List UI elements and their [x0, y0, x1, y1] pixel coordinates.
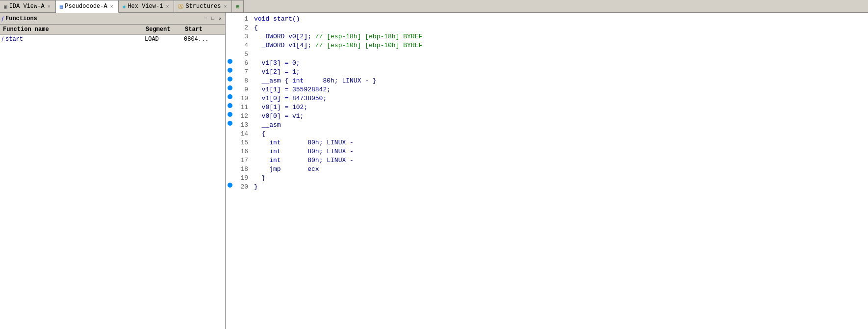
- line-content-19: }: [252, 174, 868, 183]
- code-area[interactable]: 1 void start() 2 { 3 _DWORD v0[2]; // [e…: [226, 13, 868, 329]
- bp-dot-13: [228, 121, 232, 126]
- breakpoint-6: [226, 59, 234, 64]
- breakpoint-7: [226, 68, 234, 73]
- line-content-18: jmp ecx: [252, 165, 868, 174]
- code-line-20: 20 }: [226, 183, 868, 192]
- functions-icon: 𝑓: [2, 16, 3, 22]
- line-content-8: __asm { int 80h; LINUX - }: [252, 77, 868, 85]
- line-content-9: v1[1] = 355928842;: [252, 85, 868, 94]
- ida-view-icon: ▣: [4, 3, 7, 10]
- functions-title-bar: 𝑓 Functions ─ □ ✕: [0, 13, 225, 25]
- tab-hex-view-close[interactable]: ✕: [165, 3, 170, 10]
- code-line-1: 1 void start(): [226, 15, 868, 24]
- col-segment: Segment: [145, 26, 184, 33]
- line-num-4: 4: [234, 41, 252, 50]
- tab-bar: ▣ IDA View-A ✕ ▤ Pseudocode-A ✕ ◈ Hex Vi…: [0, 0, 868, 13]
- tab-pseudocode[interactable]: ▤ Pseudocode-A ✕: [56, 0, 119, 13]
- line-content-10: v1[0] = 84738050;: [252, 94, 868, 103]
- code-line-12: 12 v0[0] = v1;: [226, 112, 868, 121]
- line-content-2: {: [252, 24, 868, 32]
- breakpoint-13: [226, 121, 234, 126]
- restore-button[interactable]: □: [210, 15, 216, 22]
- line-num-3: 3: [234, 32, 252, 41]
- code-line-8: 8 __asm { int 80h; LINUX - }: [226, 77, 868, 85]
- functions-column-header: Function name Segment Start: [0, 25, 225, 35]
- code-line-14: 14 {: [226, 130, 868, 138]
- bp-dot-20: [228, 183, 232, 188]
- line-num-15: 15: [234, 138, 252, 147]
- tab-pseudocode-label: Pseudocode-A: [65, 3, 107, 10]
- line-num-19: 19: [234, 174, 252, 183]
- code-line-15: 15 int 80h; LINUX -: [226, 138, 868, 147]
- close-panel-button[interactable]: ✕: [217, 15, 223, 22]
- tab-structures[interactable]: Ⓐ Structures ✕: [174, 0, 232, 12]
- bp-dot-7: [228, 68, 232, 73]
- tab-ida-view-label: IDA View-A: [9, 3, 45, 10]
- bp-dot-11: [228, 103, 232, 108]
- line-content-7: v1[2] = 1;: [252, 68, 868, 77]
- line-num-8: 8: [234, 77, 252, 85]
- col-function-name: Function name: [2, 26, 145, 33]
- line-content-11: v0[1] = 102;: [252, 103, 868, 112]
- line-content-15: int 80h; LINUX -: [252, 138, 868, 147]
- code-line-13: 13 __asm: [226, 121, 868, 130]
- tab-ida-view[interactable]: ▣ IDA View-A ✕: [0, 0, 56, 12]
- line-content-20: }: [252, 183, 868, 192]
- tab-ida-view-close[interactable]: ✕: [47, 3, 51, 10]
- bp-dot-10: [228, 94, 232, 99]
- breakpoint-20: [226, 183, 234, 188]
- line-num-1: 1: [234, 15, 252, 24]
- tab-structures-close[interactable]: ✕: [223, 3, 228, 10]
- panel-controls: ─ □ ✕: [203, 15, 223, 22]
- functions-title: Functions: [5, 15, 201, 22]
- bp-dot-9: [228, 85, 232, 90]
- structures-icon: Ⓐ: [178, 3, 183, 10]
- line-num-5: 5: [234, 50, 252, 59]
- tab-extra[interactable]: ⊞: [232, 0, 244, 12]
- col-start: Start: [184, 26, 223, 33]
- tab-hex-view[interactable]: ◈ Hex View-1 ✕: [119, 0, 175, 12]
- line-num-12: 12: [234, 112, 252, 121]
- pseudocode-icon: ▤: [60, 3, 63, 10]
- code-line-11: 11 v0[1] = 102;: [226, 103, 868, 112]
- line-content-16: int 80h; LINUX -: [252, 147, 868, 156]
- line-content-13: __asm: [252, 121, 868, 130]
- function-start: 0804...: [184, 36, 223, 43]
- line-num-10: 10: [234, 94, 252, 103]
- tab-structures-label: Structures: [185, 3, 221, 10]
- line-content-3: _DWORD v0[2]; // [esp-18h] [ebp-18h] BYR…: [252, 32, 868, 41]
- tab-pseudocode-close[interactable]: ✕: [109, 3, 114, 10]
- line-content-1: void start(): [252, 15, 868, 24]
- grid-icon: ⊞: [236, 3, 239, 10]
- line-num-20: 20: [234, 183, 252, 192]
- line-num-9: 9: [234, 85, 252, 94]
- code-line-2: 2 {: [226, 24, 868, 32]
- line-num-6: 6: [234, 59, 252, 68]
- code-line-17: 17 int 80h; LINUX -: [226, 156, 868, 165]
- line-num-16: 16: [234, 147, 252, 156]
- code-line-9: 9 v1[1] = 355928842;: [226, 85, 868, 94]
- breakpoint-10: [226, 94, 234, 99]
- line-num-7: 7: [234, 68, 252, 77]
- line-num-2: 2: [234, 24, 252, 32]
- tab-hex-view-label: Hex View-1: [128, 3, 163, 10]
- code-line-19: 19 }: [226, 174, 868, 183]
- breakpoint-8: [226, 77, 234, 82]
- code-line-3: 3 _DWORD v0[2]; // [esp-18h] [ebp-18h] B…: [226, 32, 868, 41]
- function-icon: 𝑓: [2, 36, 3, 43]
- function-segment: LOAD: [145, 36, 184, 43]
- functions-list: 𝑓 start LOAD 0804...: [0, 35, 225, 329]
- line-content-5: [252, 50, 868, 59]
- code-line-10: 10 v1[0] = 84738050;: [226, 94, 868, 103]
- minimize-button[interactable]: ─: [203, 15, 208, 22]
- functions-panel: 𝑓 Functions ─ □ ✕ Function name Segment …: [0, 13, 226, 329]
- breakpoint-11: [226, 103, 234, 108]
- function-row-start[interactable]: 𝑓 start LOAD 0804...: [0, 35, 225, 44]
- function-name: start: [5, 36, 145, 43]
- bp-dot-12: [228, 112, 232, 117]
- bp-dot-8: [228, 77, 232, 82]
- pseudocode-panel: 1 void start() 2 { 3 _DWORD v0[2]; // [e…: [226, 13, 868, 329]
- code-line-5: 5: [226, 50, 868, 59]
- line-content-6: v1[3] = 0;: [252, 59, 868, 68]
- code-line-4: 4 _DWORD v1[4]; // [esp-10h] [ebp-10h] B…: [226, 41, 868, 50]
